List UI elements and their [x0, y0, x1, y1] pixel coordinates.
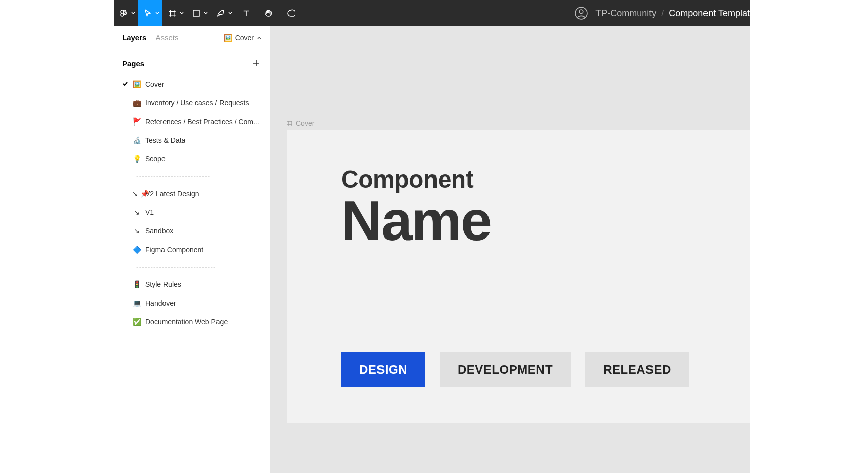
svg-rect-1: [193, 10, 199, 16]
page-emoji: 🚩: [132, 117, 141, 126]
page-item[interactable]: 🔷Figma Component: [114, 240, 270, 259]
page-label: References / Best Practices / Com...: [145, 117, 259, 126]
page-label: Documentation Web Page: [145, 318, 228, 326]
main-menu-button[interactable]: [114, 0, 138, 26]
page-item[interactable]: 🔬Tests & Data: [114, 131, 270, 149]
page-emoji: ↘: [132, 208, 141, 216]
chevron-up-icon: [257, 35, 262, 40]
panel-tabs: Layers Assets 🖼️ Cover: [114, 26, 270, 49]
breadcrumb: TP-Community / Component Templat: [595, 8, 750, 19]
status-pill[interactable]: DEVELOPMENT: [440, 352, 571, 387]
page-emoji: 💡: [132, 155, 141, 163]
text-tool-button[interactable]: [235, 0, 257, 26]
add-page-button[interactable]: [251, 57, 262, 69]
page-label: Cover: [145, 80, 164, 88]
page-emoji: 🚦: [132, 280, 141, 288]
status-pill[interactable]: RELEASED: [585, 352, 689, 387]
page-emoji: ↘: [132, 227, 141, 235]
page-label: Figma Component: [145, 246, 203, 254]
move-tool-button[interactable]: [138, 0, 162, 26]
page-item[interactable]: 🚦Style Rules: [114, 275, 270, 293]
pen-tool-button[interactable]: [211, 0, 235, 26]
app-frame: TP-Community / Component Templat Layers …: [114, 0, 750, 473]
pages-list: 🖼️Cover💼Inventory / Use cases / Requests…: [114, 73, 270, 336]
frame-icon: [287, 120, 293, 126]
pen-icon: [216, 9, 225, 18]
page-item[interactable]: 🖼️Cover: [114, 75, 270, 93]
check-icon: [122, 80, 128, 88]
page-item[interactable]: ↘Sandbox: [114, 221, 270, 240]
cover-title: Name: [341, 188, 750, 253]
page-separator: ----------------------------: [114, 259, 270, 275]
tab-layers[interactable]: Layers: [122, 33, 146, 42]
rectangle-icon: [192, 9, 201, 18]
breadcrumb-separator: /: [661, 8, 664, 19]
chevron-down-icon: [204, 11, 208, 15]
frame-label-text: Cover: [296, 119, 314, 127]
page-emoji: 💼: [132, 99, 141, 107]
page-label: Handover: [145, 299, 176, 307]
chevron-down-icon: [228, 11, 232, 15]
status-row: DESIGNDEVELOPMENTRELEASED: [341, 352, 689, 387]
page-emoji: 💻: [132, 299, 141, 307]
page-emoji: ↘ 📌: [132, 190, 141, 198]
page-emoji: 🔷: [132, 246, 141, 254]
top-toolbar: TP-Community / Component Templat: [114, 0, 750, 26]
tab-assets[interactable]: Assets: [155, 33, 178, 42]
page-label: Style Rules: [145, 280, 181, 288]
page-label: Scope: [145, 155, 166, 163]
canvas[interactable]: Cover Component Name DESIGNDEVELOPMENTRE…: [270, 26, 750, 473]
text-icon: [242, 9, 251, 18]
avatar-icon: [575, 7, 588, 20]
chevron-down-icon: [155, 11, 159, 15]
user-avatar[interactable]: [574, 6, 588, 20]
page-item[interactable]: 🚩References / Best Practices / Com...: [114, 112, 270, 131]
pages-header: Pages: [114, 49, 270, 73]
page-item[interactable]: ↘ 📌V2 Latest Design: [114, 184, 270, 203]
frame-label[interactable]: Cover: [287, 119, 314, 127]
chevron-down-icon: [131, 11, 135, 15]
figma-logo-icon: [119, 9, 128, 18]
cover-frame[interactable]: Component Name DESIGNDEVELOPMENTRELEASED: [287, 130, 750, 423]
page-picker-emoji: 🖼️: [224, 34, 232, 42]
team-name[interactable]: TP-Community: [595, 8, 656, 19]
pages-header-label: Pages: [122, 59, 144, 68]
page-label: Tests & Data: [145, 136, 185, 144]
hand-tool-button[interactable]: [257, 0, 280, 26]
shape-tool-button[interactable]: [187, 0, 211, 26]
page-picker-label: Cover: [235, 34, 254, 42]
status-pill[interactable]: DESIGN: [341, 352, 425, 387]
page-label: V2 Latest Design: [145, 190, 199, 198]
file-name[interactable]: Component Templat: [669, 8, 750, 19]
page-item[interactable]: 💻Handover: [114, 293, 270, 312]
page-separator: --------------------------: [114, 168, 270, 184]
page-emoji: 🖼️: [132, 80, 141, 88]
plus-icon: [253, 60, 260, 67]
page-emoji: ✅: [132, 318, 141, 326]
page-item[interactable]: 💡Scope: [114, 149, 270, 168]
frame-tool-button[interactable]: [162, 0, 187, 26]
page-item[interactable]: ↘V1: [114, 203, 270, 221]
cursor-icon: [143, 9, 152, 18]
page-picker[interactable]: 🖼️ Cover: [224, 34, 262, 42]
frame-icon: [168, 9, 177, 18]
page-item[interactable]: 💼Inventory / Use cases / Requests: [114, 93, 270, 112]
svg-point-4: [579, 10, 583, 14]
svg-point-2: [219, 14, 220, 15]
page-label: V1: [145, 208, 154, 216]
page-emoji: 🔬: [132, 136, 141, 144]
page-label: Sandbox: [145, 227, 173, 235]
comment-tool-button[interactable]: [280, 0, 302, 26]
hand-icon: [264, 9, 273, 18]
left-panel: Layers Assets 🖼️ Cover Pages 🖼️Cover💼Inv…: [114, 26, 270, 473]
comment-icon: [286, 9, 295, 18]
chevron-down-icon: [180, 11, 184, 15]
page-item[interactable]: ✅Documentation Web Page: [114, 312, 270, 331]
page-label: Inventory / Use cases / Requests: [145, 99, 249, 107]
